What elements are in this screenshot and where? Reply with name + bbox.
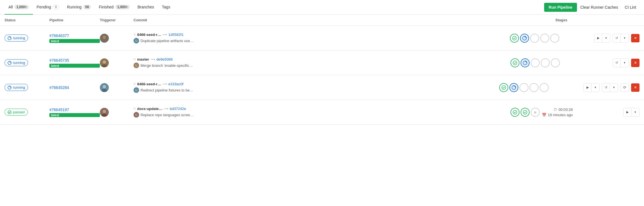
stage-running[interactable] [509,83,518,92]
triggerer-cell [100,83,134,92]
top-bar: All 1,000+ Pending 0 Running 56 Finished… [0,0,644,15]
tab-tags[interactable]: Tags [158,0,174,15]
cancel-button[interactable]: ✕ [631,59,640,67]
stage-running[interactable] [521,58,530,67]
play-dropdown[interactable]: ▶ ▾ [583,83,600,92]
stage-pending-2[interactable] [540,34,549,43]
retry-button[interactable]: ↺ [602,83,610,92]
stage-pending-3[interactable] [540,83,549,92]
pipeline-id[interactable]: #76646377 [49,33,100,38]
status-cell: passed [4,109,49,116]
svg-point-1 [103,36,106,39]
svg-point-19 [103,110,106,113]
branch-icon: ⑂ [134,57,136,61]
commit-cell: ⑂ master ⟶ de9e5068 U Merge branch 'enab… [134,57,510,68]
play-button[interactable]: ▶ [594,34,602,42]
col-pipeline: Pipeline [49,18,100,22]
tab-all-label: All [8,5,13,9]
branch-name: docs-update… [137,107,162,111]
pipeline-id[interactable]: #76645735 [49,58,100,63]
tab-finished[interactable]: Finished 1,000+ [95,0,134,15]
stage-pending-3[interactable] [551,58,560,67]
branch-name: master [137,57,149,61]
stage-pending-1[interactable] [531,58,540,67]
pipeline-id[interactable]: #76645197 [49,107,100,112]
triggerer-cell [100,58,134,67]
play-dropdown[interactable]: ▶ ▾ [623,108,640,117]
refresh-button[interactable]: ⟳ [620,83,629,92]
timing-duration: 00:03:28 [558,107,573,112]
pipeline-cell: #76645197 latest [49,107,100,117]
play-dropdown[interactable]: ▶ ▾ [594,34,610,43]
status-badge-passed: passed [4,109,28,116]
run-pipeline-button[interactable]: Run Pipeline [544,3,577,12]
play-dropdown-arrow[interactable]: ▾ [631,108,639,116]
commit-cell: ⑂ docs-update… ⟶ bd37242e U Replace repo… [134,107,510,118]
stage-pending-1[interactable] [530,34,539,43]
tab-all[interactable]: All 1,000+ [4,0,33,15]
commit-hash[interactable]: de9e5068 [157,57,173,61]
stage-running[interactable] [520,34,529,43]
stage-pending-1[interactable] [519,83,528,92]
tab-branches[interactable]: Branches [134,0,158,15]
stage-done[interactable] [499,83,508,92]
commit-hash[interactable]: bd37242e [170,107,186,111]
col-triggerer: Triggerer [100,18,134,22]
ci-lint-button[interactable]: CI Lint [622,3,640,12]
avatar-img [100,34,109,43]
tab-pending-label: Pending [37,5,51,9]
pipeline-id[interactable]: #76645284 [49,85,100,90]
play-button[interactable]: ▶ [624,108,631,116]
svg-point-9 [513,61,517,65]
stage-done-1[interactable] [510,108,519,117]
svg-point-7 [103,60,106,64]
retry-dropdown[interactable]: ↺ ▾ [602,83,618,92]
status-cell: running [4,84,49,91]
commit-message-text: Replace repo languages scree… [141,113,194,117]
retry-dropdown-arrow[interactable]: ▾ [621,34,629,42]
retry-button[interactable]: ↺ [613,59,621,67]
clear-runner-caches-button[interactable]: Clear Runner Caches [577,3,622,12]
stage-pending-3[interactable] [550,34,559,43]
pipeline-cell: #76645735 latest [49,58,100,68]
stage-done[interactable] [510,34,519,43]
commit-cell: ⑂ 8466-seed-r… ⟶ e319ac0f U Redirect pip… [134,82,499,93]
arrow-icon: ⟶ [164,107,168,111]
play-button[interactable]: ▶ [584,83,592,92]
stage-done-2[interactable] [521,108,530,117]
retry-dropdown[interactable]: ↺ ▾ [613,58,629,67]
pipeline-cell: #76646377 latest [49,33,100,43]
arrow-icon: ⟶ [162,82,167,86]
retry-dropdown[interactable]: ↺ ▾ [613,34,629,43]
label-latest: latest [49,64,100,68]
retry-dropdown-arrow[interactable]: ▾ [610,83,618,92]
svg-point-3 [512,36,516,40]
stage-pending-2[interactable] [541,58,550,67]
tab-pending[interactable]: Pending 0 [33,0,63,15]
retry-dropdown-arrow[interactable]: ▾ [621,59,629,67]
table-row: running #76645284 ⑂ 8466-seed-r… ⟶ e319a… [0,75,644,100]
play-dropdown-arrow[interactable]: ▾ [592,83,599,92]
commit-hash[interactable]: e319ac0f [168,82,183,86]
tab-running[interactable]: Running 56 [63,0,95,15]
status-badge-running: running [4,84,28,91]
stage-done[interactable] [510,58,519,67]
cancel-button[interactable]: ✕ [631,83,640,92]
stages-cell [510,34,594,43]
status-badge-running: running [4,35,28,42]
label-latest: latest [49,113,100,117]
play-dropdown-arrow[interactable]: ▾ [602,34,610,42]
stage-pending-2[interactable] [530,83,539,92]
table-row: passed #76645197 latest ⑂ docs-update… ⟶… [0,100,644,125]
stage-more[interactable]: » [531,108,540,117]
branch-icon: ⑂ [134,33,136,37]
col-stages: Stages [555,18,640,22]
cancel-button[interactable]: ✕ [631,34,640,42]
commit-hash[interactable]: 1d5582f1 [168,33,183,37]
col-status: Status [4,18,49,22]
avatar-img [100,83,109,92]
retry-button[interactable]: ↺ [613,34,621,42]
passed-icon [8,110,12,114]
stages-timing-cell: » ⏱ 00:03:28 📅 19 minutes ago [510,107,595,117]
timing-cell: ⏱ 00:03:28 📅 19 minutes ago [542,107,573,117]
